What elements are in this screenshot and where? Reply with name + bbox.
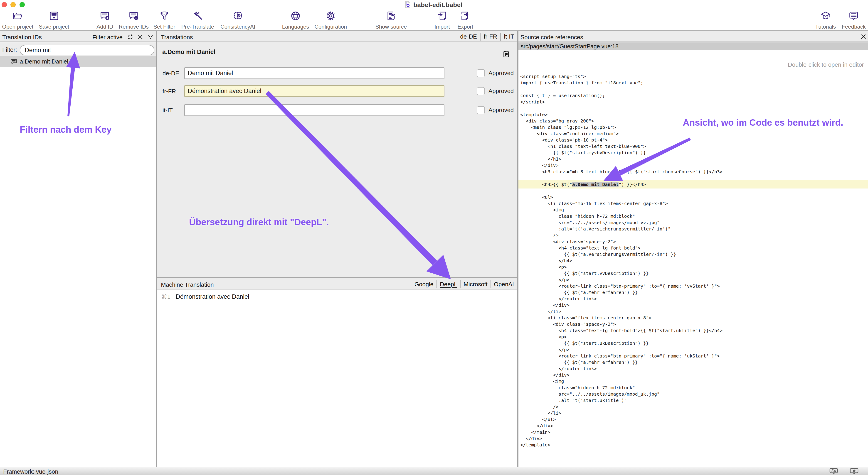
splitter[interactable] bbox=[157, 277, 517, 279]
language-label: fr-FR bbox=[162, 88, 176, 95]
code-line: <h3 class="mb-8 text-blue-900">{{ $t("st… bbox=[519, 169, 868, 175]
code-line: </div> bbox=[519, 435, 868, 442]
panel-title: Source code references bbox=[521, 34, 583, 41]
approved-checkbox[interactable] bbox=[477, 69, 485, 77]
graduation-cap-icon bbox=[820, 10, 831, 21]
toolbar-feedback[interactable]: Feedback bbox=[833, 10, 868, 30]
translation-id-list-item[interactable]: a.Demo mit Daniel bbox=[0, 56, 156, 67]
toolbar-languages[interactable]: Languages bbox=[275, 10, 316, 30]
highlighted-token: a.Demo mit Daniel bbox=[572, 182, 619, 187]
code-line: :alt="t('start.ukTitle')" bbox=[519, 397, 868, 404]
code-line: class="hidden h-72 md:block" bbox=[519, 213, 868, 219]
code-listing: <script setup lang="ts">import { useTran… bbox=[519, 72, 868, 448]
translation-input-de-DE[interactable]: Demo mit Daniel bbox=[184, 67, 444, 79]
traffic-light-zoom[interactable] bbox=[20, 2, 25, 7]
code-line: <img bbox=[519, 207, 868, 213]
toolbar-configuration[interactable]: Configuration bbox=[310, 10, 351, 30]
code-line: </li> bbox=[519, 410, 868, 416]
traffic-light-minimize[interactable] bbox=[10, 2, 16, 7]
provider-deepl[interactable]: DeepL bbox=[437, 281, 460, 288]
magic-wand-icon bbox=[192, 10, 203, 21]
framework-status: Framework: vue-json bbox=[3, 468, 58, 475]
mt-result-text: Démonstration avec Daniel bbox=[176, 293, 249, 300]
code-line: const { t } = useTranslation(); bbox=[519, 92, 868, 99]
funnel-icon bbox=[159, 10, 170, 21]
translation-row-de-DE: de-DE Demo mit Daniel Approved bbox=[157, 67, 517, 79]
filter-funnel-icon[interactable] bbox=[147, 34, 154, 40]
code-line: <div class="container-medium"> bbox=[519, 130, 868, 137]
traffic-light-close[interactable] bbox=[2, 2, 7, 7]
code-line: <ul> bbox=[519, 194, 868, 200]
tab-fr-FR[interactable]: fr-FR bbox=[480, 33, 500, 40]
open-folder-icon bbox=[12, 10, 23, 21]
provider-microsoft[interactable]: Microsoft bbox=[461, 281, 490, 288]
panel-divider[interactable] bbox=[156, 31, 157, 467]
export-icon bbox=[460, 10, 471, 21]
mt-result-row[interactable]: ⌘1 Démonstration avec Daniel bbox=[157, 292, 517, 302]
translation-input-fr-FR[interactable]: Démonstration avec Daniel bbox=[184, 85, 444, 97]
language-tabs: de-DE fr-FR it-IT bbox=[457, 31, 517, 42]
code-line: <div class="space-y-2"> bbox=[519, 238, 868, 245]
toolbar-save-project[interactable]: Save project bbox=[34, 10, 74, 30]
clear-filter-icon[interactable] bbox=[137, 34, 144, 40]
comment-bubble-icon bbox=[10, 58, 17, 65]
code-line: </p> bbox=[519, 346, 868, 353]
source-code-references-panel: Source code references src/pages/start/G… bbox=[519, 31, 868, 467]
close-icon[interactable] bbox=[860, 34, 867, 40]
title-toolbar: babel-edit.babel Open project Save proje… bbox=[0, 0, 868, 31]
toolbar-export[interactable]: Export bbox=[445, 10, 486, 30]
rate-star-bubble-icon[interactable] bbox=[849, 468, 859, 475]
toolbar-consistency-ai[interactable]: ConsistencyAI bbox=[217, 10, 258, 30]
news-bubble-icon[interactable] bbox=[829, 468, 839, 475]
code-line: <li class="flex items-center gap-x-8"> bbox=[519, 315, 868, 321]
shortcut-badge: ⌘1 bbox=[161, 294, 171, 300]
code-line: class="hidden h-72 md:block" bbox=[519, 384, 868, 391]
toolbar-show-source[interactable]: Show source bbox=[371, 10, 411, 30]
open-in-editor-hint: Double-click to open in editor bbox=[788, 61, 864, 68]
provider-openai[interactable]: OpenAI bbox=[491, 281, 517, 288]
code-line: src="../../assets/images/mood_vv.jpg" bbox=[519, 219, 868, 226]
approved-checkbox[interactable] bbox=[477, 106, 485, 114]
translation-input-it-IT[interactable] bbox=[184, 104, 444, 116]
code-line: <h4 class="text-lg font-bold">{{ $t("sta… bbox=[519, 327, 868, 334]
tab-it-IT[interactable]: it-IT bbox=[501, 33, 517, 40]
translation-row-it-IT: it-IT Approved bbox=[157, 104, 517, 116]
toolbar-pre-translate[interactable]: Pre-Translate bbox=[177, 10, 218, 30]
code-line: /> bbox=[519, 404, 868, 410]
source-references-header: Source code references bbox=[519, 31, 868, 42]
code-line: </script> bbox=[519, 99, 868, 105]
filter-input[interactable]: Demo mit bbox=[20, 45, 154, 55]
annotation-code-note: Ansicht, wo im Code es benutzt wird. bbox=[683, 117, 843, 128]
code-line: <template> bbox=[519, 111, 868, 118]
code-line: </router-link> bbox=[519, 366, 868, 372]
code-line: </div> bbox=[519, 372, 868, 378]
toolbar-label: Languages bbox=[275, 24, 316, 30]
annotation-deepl-note: Übersetzung direkt mit "DeepL". bbox=[189, 217, 329, 227]
code-line: <img bbox=[519, 378, 868, 384]
provider-google[interactable]: Google bbox=[411, 281, 436, 288]
code-line: {{ $t("start.vvDescription") }} bbox=[519, 270, 868, 276]
code-line: </h1> bbox=[519, 156, 868, 162]
mt-results-list: ⌘1 Démonstration avec Daniel bbox=[157, 290, 517, 467]
approved-checkbox[interactable] bbox=[477, 87, 485, 95]
toolbar-label: Show source bbox=[371, 24, 411, 30]
code-line: {{ $t("a.Versicherungsvermittler/-in") }… bbox=[519, 251, 868, 258]
toolbar-open-project[interactable]: Open project bbox=[0, 10, 38, 30]
reference-path: src/pages/start/GuestStartPage.vue:18 bbox=[521, 43, 619, 50]
code-line: src="../../assets/images/mood_uk.jpg" bbox=[519, 391, 868, 397]
tab-de-DE[interactable]: de-DE bbox=[457, 33, 480, 40]
translation-ids-panel: Translation IDs Filter active Filter: De… bbox=[0, 31, 156, 467]
approved-label: Approved bbox=[489, 107, 514, 114]
refresh-icon[interactable] bbox=[127, 34, 133, 40]
selected-id-heading: a.Demo mit Daniel bbox=[162, 48, 215, 56]
code-line: </p> bbox=[519, 276, 868, 283]
reference-list-item[interactable]: src/pages/start/GuestStartPage.vue:18 bbox=[519, 42, 868, 50]
panel-divider[interactable] bbox=[517, 31, 519, 467]
code-line: <div class="space-y-2"> bbox=[519, 321, 868, 327]
code-line: </li> bbox=[519, 308, 868, 315]
panel-title: Translation IDs bbox=[2, 34, 42, 41]
code-line: </div> bbox=[519, 422, 868, 429]
translation-row-fr-FR: fr-FR Démonstration avec Daniel Approved bbox=[157, 85, 517, 97]
code-line: {{ $t("a.Mehr erfahren") }} bbox=[519, 359, 868, 366]
notes-icon[interactable] bbox=[502, 50, 510, 58]
